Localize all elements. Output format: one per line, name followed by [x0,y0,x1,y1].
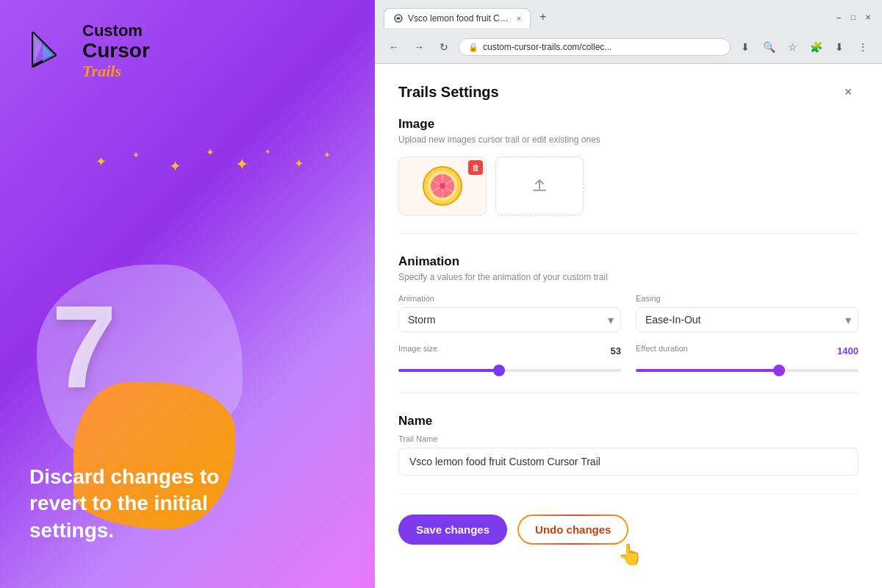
browser-toolbar: ← → ↻ 🔒 custom-cursor-trails.com/collec.… [384,32,873,63]
animation-label: Animation [398,294,621,303]
minimize-button[interactable]: ‒ [833,12,844,22]
effect-duration-label: Effect duration [636,344,688,353]
maximize-button[interactable]: □ [848,12,858,22]
address-text: custom-cursor-trails.com/collec... [483,42,721,52]
trail-name-input[interactable] [398,448,858,476]
back-button[interactable]: ← [384,37,404,57]
new-tab-button[interactable]: + [532,6,553,28]
download-page-icon[interactable]: ⬇ [735,37,756,57]
animation-select-wrapper: Storm ▾ [398,307,621,332]
forward-button[interactable]: → [409,37,429,57]
logo-trails: Trails [82,62,150,80]
browser-titlebar: Vsco lemon food fruit Custom C × + ‒ □ ✕ [384,6,873,28]
refresh-button[interactable]: ↻ [434,37,454,57]
animation-section-title: Animation [398,254,858,269]
sparkle-icon: ✦ [265,148,270,156]
sparkles-decoration: ✦ ✦ ✦ ✦ ✦ ✦ ✦ ✦ [88,146,345,190]
extensions-icon[interactable]: 🧩 [806,37,826,57]
image-section-desc: Upload new images cursor trail or edit e… [398,135,858,145]
zoom-icon[interactable]: 🔍 [759,37,779,57]
svg-point-10 [440,183,445,189]
browser-window: Vsco lemon food fruit Custom C × + ‒ □ ✕… [375,0,882,588]
sparkle-icon: ✦ [235,155,248,174]
lemon-image [422,165,463,207]
image-section-title: Image [398,117,858,132]
browser-tab[interactable]: Vsco lemon food fruit Custom C × [384,8,531,28]
effect-duration-slider[interactable] [636,369,858,372]
download-icon[interactable]: ⬇ [829,37,850,57]
undo-button-wrapper: Undo changes 👆 [517,514,628,545]
address-bar[interactable]: 🔒 custom-cursor-trails.com/collec... [459,38,731,56]
footer-buttons: Save changes Undo changes 👆 [398,514,858,545]
image-size-value: 53 [611,345,621,356]
upload-image-button[interactable] [495,157,584,215]
effect-duration-header: Effect duration 1400 [636,344,858,357]
sparkle-icon: ✦ [294,157,304,171]
image-size-group: Image size 53 [398,344,621,375]
cursor-hand-icon: 👆 [617,542,643,567]
security-icon: 🔒 [468,43,478,52]
image-size-slider[interactable] [398,369,621,372]
upload-icon [529,176,550,196]
effect-duration-group: Effect duration 1400 [636,344,858,375]
panel-header: Trails Settings × [398,82,858,102]
tab-favicon-icon [393,13,404,24]
slider-row: Image size 53 Effect duration 1400 [398,344,858,375]
animation-section: Animation Specify a values for the anima… [398,254,858,393]
sparkle-icon: ✦ [96,154,107,170]
undo-changes-button[interactable]: Undo changes [517,514,628,545]
animation-select[interactable]: Storm [398,307,621,332]
sparkle-icon: ✦ [323,150,331,160]
close-window-button[interactable]: ✕ [863,12,873,22]
bookmark-icon[interactable]: ☆ [782,37,803,57]
name-section: Name Trail Name [398,414,858,494]
image-thumbnail[interactable]: 🗑 [398,157,487,215]
toolbar-actions: ⬇ 🔍 ☆ 🧩 ⬇ ⋮ [735,37,873,57]
logo-area: Custom Cursor Trails [29,22,150,80]
logo-text: Custom Cursor Trails [82,22,150,80]
step-number: 7 [51,279,117,415]
hero-text: Discard changes to revert to the initial… [29,464,272,544]
sparkle-icon: ✦ [169,157,182,175]
save-changes-button[interactable]: Save changes [398,514,507,545]
animation-form-row: Animation Storm ▾ Easing Ease-In-Out [398,294,858,332]
image-size-header: Image size 53 [398,344,621,357]
animation-group: Animation Storm ▾ [398,294,621,332]
logo-cursor: Cursor [82,40,150,62]
panel-title: Trails Settings [398,84,499,101]
effect-duration-value: 1400 [837,345,858,356]
panel-close-button[interactable]: × [838,82,858,102]
image-grid: 🗑 [398,157,858,215]
tab-close-button[interactable]: × [517,14,521,23]
name-section-title: Name [398,414,858,429]
delete-image-button[interactable]: 🗑 [468,160,483,175]
menu-icon[interactable]: ⋮ [853,37,873,57]
easing-group: Easing Ease-In-Out ▾ [636,294,858,332]
easing-select[interactable]: Ease-In-Out [636,307,858,332]
sparkle-icon: ✦ [132,150,140,160]
trail-name-label: Trail Name [398,434,858,443]
logo-icon [29,29,74,74]
browser-chrome: Vsco lemon food fruit Custom C × + ‒ □ ✕… [375,0,882,64]
browser-tabs: Vsco lemon food fruit Custom C × + [384,6,553,28]
image-size-label: Image size [398,344,437,353]
window-controls: ‒ □ ✕ [833,12,873,22]
easing-select-wrapper: Ease-In-Out ▾ [636,307,858,332]
tab-title: Vsco lemon food fruit Custom C [408,13,512,24]
easing-label: Easing [636,294,858,303]
left-panel: Custom Cursor Trails ✦ ✦ ✦ ✦ ✦ ✦ ✦ ✦ 7 D… [0,0,375,588]
sparkle-icon: ✦ [206,146,215,158]
animation-section-desc: Specify a values for the animation of yo… [398,272,858,282]
logo-custom: Custom [82,22,150,40]
panel-content: Trails Settings × Image Upload new image… [375,64,882,588]
image-section: Image Upload new images cursor trail or … [398,117,858,234]
